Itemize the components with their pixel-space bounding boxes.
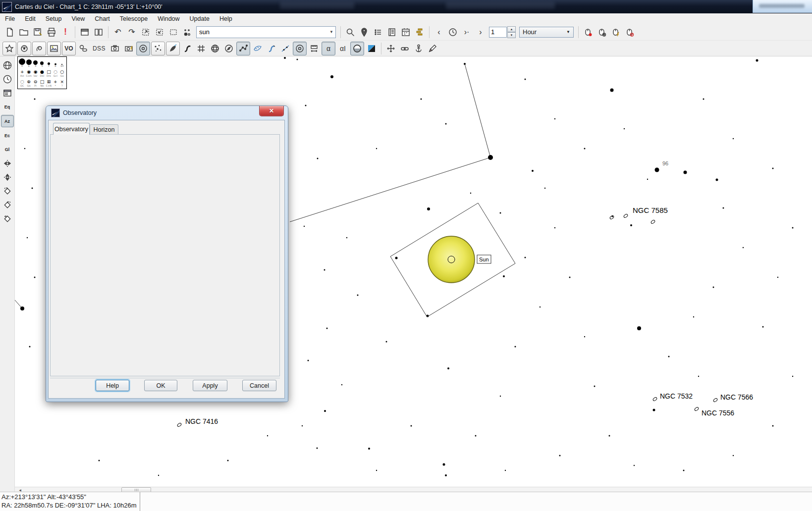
ecliptic-coords-button[interactable]: Ec [1,130,13,141]
asterism-button[interactable] [151,42,165,55]
split-view-button[interactable] [92,26,105,39]
apply-button[interactable]: Apply [193,380,227,391]
star-dot [427,207,430,210]
object-info-panel-button[interactable] [1,87,13,99]
menu-item-setup[interactable]: Setup [41,14,67,23]
constellation-lines-button[interactable] [236,42,250,55]
ok-button[interactable]: OK [144,380,177,391]
annotation-tools-button[interactable] [426,42,439,55]
object-list-button[interactable] [372,26,384,39]
edit-labels-button[interactable]: αI [336,42,349,55]
rotate-reset-button[interactable] [1,213,13,224]
mirror-horizontal-button[interactable] [1,157,13,169]
spin-up-button[interactable]: ▲ [507,26,516,32]
telescope-slew-button[interactable] [609,26,622,39]
print-button[interactable] [45,26,58,39]
compass-rose-button[interactable] [222,42,235,55]
galactic-coords-button[interactable]: Gl [1,144,13,155]
legend-symbol-label: Var [33,74,37,77]
select-region-button[interactable] [167,26,180,39]
sun-disc[interactable] [428,236,475,283]
show-stars-button[interactable] [2,42,16,55]
virtual-observatory-button[interactable]: VO [62,42,76,55]
position-cursor-button[interactable] [358,26,371,39]
distance-measure-button[interactable] [308,42,321,55]
rotate-right-button[interactable] [1,199,13,210]
open-chart-button[interactable] [17,26,30,39]
menu-item-window[interactable]: Window [153,14,184,23]
search-button[interactable] [344,26,357,39]
equatorial-coords-button[interactable]: Eq [1,101,13,112]
mark-object-button[interactable] [293,42,307,55]
time-step-input[interactable] [489,27,507,38]
equatorial-grid-button[interactable] [195,42,208,55]
zoom-in-field-button[interactable] [153,26,166,39]
link-charts-button[interactable] [398,42,411,55]
automatic-image-button[interactable] [122,42,135,55]
milky-way-button[interactable] [181,42,194,55]
telescope-park-button[interactable] [582,26,595,39]
cancel-button[interactable]: Cancel [242,380,276,391]
background-image-button[interactable] [108,42,121,55]
show-nebulae-button[interactable] [17,42,31,55]
time-step-back-button[interactable]: ‹ [433,26,445,39]
zoom-out-field-button[interactable] [139,26,152,39]
altaz-coords-button[interactable]: Az [1,115,14,127]
limiting-magnitude-button[interactable] [181,26,194,39]
search-input[interactable] [197,28,327,36]
dss-image-button[interactable]: DSS [91,42,108,55]
star-dot [376,470,377,471]
redo-button[interactable]: ↷ [125,26,138,39]
menu-item-edit[interactable]: Edit [20,14,41,23]
stop-refresh-button[interactable]: ! [59,26,72,39]
time-now-button[interactable] [446,26,459,39]
new-chart-button[interactable] [3,26,16,39]
observing-list-button[interactable] [385,26,398,39]
object-labels-button[interactable]: α [322,42,335,55]
field-of-vision-button[interactable] [1,59,13,71]
pan-chart-button[interactable] [384,42,397,55]
solar-system-button[interactable] [413,26,426,39]
menu-item-view[interactable]: View [66,14,90,23]
close-button[interactable]: ✕ [259,106,284,116]
show-images-button[interactable] [47,42,61,55]
save-chart-button[interactable] [31,26,44,39]
comet-button[interactable] [166,42,180,55]
tab-observatory[interactable]: Observatory [53,123,90,135]
calendar-button[interactable] [399,26,412,39]
search-combobox[interactable]: ▼ [196,26,336,38]
menu-item-chart[interactable]: Chart [90,14,115,23]
menu-item-telescope[interactable]: Telescope [115,14,153,23]
app-icon [2,2,12,12]
rotate-left-button[interactable] [1,185,13,197]
toolbar-config-button[interactable] [78,26,91,39]
menu-item-update[interactable]: Update [185,14,215,23]
finder-circle-button[interactable] [136,42,150,55]
help-button[interactable]: Help [96,380,129,391]
time-simulation-button[interactable] [1,73,13,85]
time-step-forward-button[interactable]: › [474,26,487,39]
lock-chart-button[interactable] [412,42,425,55]
ecliptic-line-button[interactable] [279,42,292,55]
object-shapes-button[interactable] [77,42,90,55]
constellation-boundaries-button[interactable] [265,42,278,55]
telescope-sync-button[interactable] [595,26,608,39]
undo-button[interactable]: ↶ [111,26,124,39]
star-dot [302,425,303,426]
menu-item-file[interactable]: File [0,14,20,23]
show-horizon-button[interactable] [350,42,364,55]
telescope-abort-button[interactable] [623,26,636,39]
menu-item-help[interactable]: Help [215,14,237,23]
constellation-art-button[interactable] [251,42,264,55]
search-dropdown-arrow[interactable]: ▼ [327,27,335,38]
mirror-vertical-button[interactable] [1,171,13,183]
scroll-left-arrow[interactable]: ◀ [17,488,23,492]
night-vision-button[interactable] [365,42,378,55]
time-unit-select[interactable]: Hour ▼ [519,27,574,38]
time-run-button[interactable]: ›· [460,26,473,39]
show-outlines-button[interactable] [32,42,46,55]
altaz-grid-button[interactable] [209,42,221,55]
spin-down-button[interactable]: ▼ [507,32,516,38]
tab-horizon[interactable]: Horizon [90,124,118,135]
dialog-title-bar[interactable]: Observatory [46,106,288,120]
